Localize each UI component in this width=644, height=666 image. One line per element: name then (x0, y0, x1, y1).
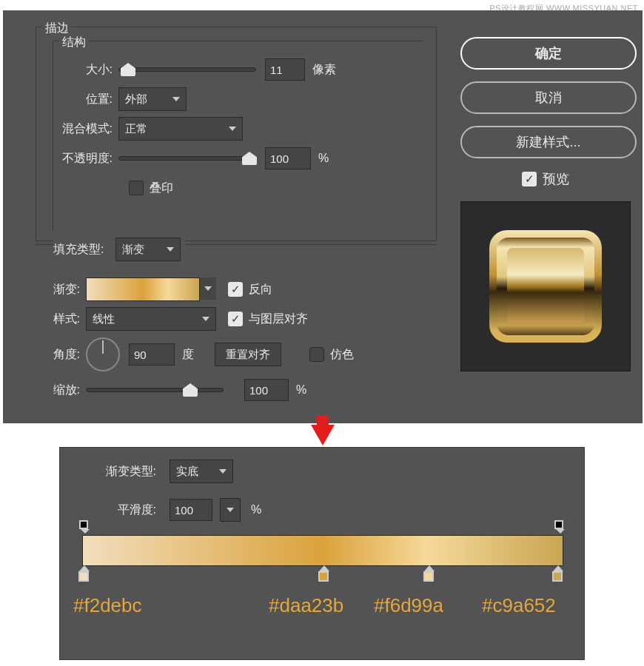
chevron-down-icon (172, 97, 180, 101)
chevron-down-icon (167, 247, 174, 252)
preview-label: 预览 (543, 170, 575, 188)
scale-slider[interactable] (86, 388, 224, 392)
angle-input[interactable] (129, 343, 175, 366)
dither-label: 仿色 (330, 347, 360, 363)
size-slider[interactable] (118, 67, 256, 72)
color-stop[interactable] (552, 565, 564, 582)
chevron-down-icon (229, 127, 236, 131)
opacity-stop[interactable] (79, 520, 91, 532)
smoothness-input[interactable] (170, 499, 212, 521)
position-label: 位置: (53, 92, 118, 107)
gradient-swatch[interactable] (86, 278, 216, 301)
overprint-label: 叠印 (150, 181, 179, 196)
gradient-bar[interactable] (82, 535, 563, 566)
right-column: 确定 取消 新建样式... ✓ 预览 (460, 37, 637, 371)
hex-label-1: #f2debc (73, 594, 142, 617)
size-input[interactable] (265, 58, 305, 81)
hex-label-3: #f6d99a (374, 594, 443, 617)
smoothness-dropdown[interactable] (220, 498, 241, 522)
style-value: 线性 (93, 312, 115, 326)
structure-fieldset: 结构 大小: 像素 位置: 外部 混合模式: 正常 (53, 41, 423, 232)
style-label: 样式: (40, 312, 86, 327)
style-select[interactable]: 线性 (86, 307, 216, 331)
position-select[interactable]: 外部 (118, 87, 187, 111)
hex-label-2: #daa23b (269, 594, 343, 617)
color-stop[interactable] (318, 565, 330, 582)
scale-input[interactable] (244, 379, 289, 401)
preview-thumbnail (460, 201, 631, 371)
smoothness-unit: % (251, 503, 261, 517)
gradient-editor-panel: 渐变类型: 实底 平滑度: % #f2debc #daa23b #f6d99a … (59, 447, 585, 660)
opacity-input[interactable] (265, 147, 311, 169)
slider-thumb-icon[interactable] (121, 63, 135, 76)
cancel-button[interactable]: 取消 (460, 81, 637, 114)
angle-unit: 度 (182, 347, 194, 363)
filltype-value: 渐变 (122, 243, 144, 257)
chevron-down-icon (227, 508, 234, 512)
opacity-unit: % (318, 152, 329, 165)
angle-dial[interactable] (86, 337, 120, 371)
opacity-label: 不透明度: (53, 151, 118, 166)
slider-thumb-icon[interactable] (242, 152, 257, 165)
gradient-label: 渐变: (40, 282, 86, 297)
gradtype-label: 渐变类型: (76, 464, 162, 480)
hex-label-4: #c9a652 (482, 594, 556, 617)
scale-label: 缩放: (40, 383, 86, 398)
chevron-down-icon (204, 286, 212, 291)
color-stop[interactable] (423, 565, 435, 582)
new-style-button[interactable]: 新建样式... (460, 126, 637, 158)
blend-label: 混合模式: (53, 121, 118, 137)
size-label: 大小: (53, 62, 118, 78)
dither-checkbox[interactable] (309, 347, 324, 362)
structure-title: 结构 (59, 35, 89, 50)
color-stop[interactable] (78, 565, 90, 582)
reverse-checkbox[interactable]: ✓ (228, 282, 243, 297)
align-label: 与图层对齐 (249, 312, 314, 327)
reverse-label: 反向 (249, 282, 278, 297)
opacity-slider[interactable] (118, 156, 256, 161)
filltype-select[interactable]: 渐变 (115, 238, 181, 261)
chevron-down-icon (219, 469, 227, 474)
size-unit: 像素 (312, 62, 336, 78)
preview-checkbox[interactable]: ✓ (522, 172, 537, 186)
layer-style-panel: 描边 结构 大小: 像素 位置: 外部 混合模式: (3, 10, 643, 423)
overprint-checkbox[interactable] (129, 181, 144, 195)
arrow-down-icon (311, 425, 335, 445)
align-checkbox[interactable]: ✓ (228, 312, 243, 326)
reset-align-button[interactable]: 重置对齐 (215, 343, 281, 366)
filltype-label: 填充类型: (53, 242, 110, 258)
gradtype-select[interactable]: 实底 (170, 460, 233, 483)
slider-thumb-icon[interactable] (183, 383, 198, 397)
opacity-stop[interactable] (554, 520, 566, 532)
stroke-fieldset: 描边 结构 大小: 像素 位置: 外部 混合模式: (36, 27, 437, 241)
position-value: 外部 (125, 92, 147, 107)
fill-fieldset: 填充类型: 渐变 渐变: ✓ 反向 样式: 线性 ✓ 与图层对齐 (36, 244, 437, 428)
stroke-title: 描边 (42, 21, 72, 36)
chevron-down-icon (202, 317, 209, 321)
gradtype-value: 实底 (176, 465, 198, 479)
blend-select[interactable]: 正常 (118, 117, 243, 141)
smoothness-label: 平滑度: (76, 502, 162, 518)
blend-value: 正常 (125, 122, 147, 136)
angle-label: 角度: (40, 347, 86, 363)
ok-button[interactable]: 确定 (460, 37, 637, 70)
scale-unit: % (296, 383, 306, 397)
